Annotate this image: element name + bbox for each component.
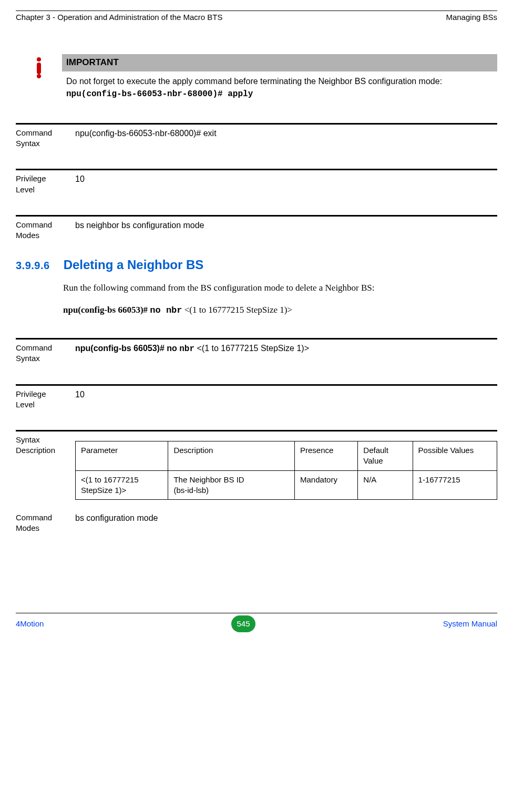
- svg-rect-1: [37, 63, 41, 74]
- desc-line2: (bs-id-lsb): [173, 486, 209, 495]
- footer-left: 4Motion: [16, 619, 44, 629]
- desc-line1: The Neighbor BS ID: [173, 475, 244, 484]
- cmd-bold: no nbr: [150, 305, 182, 315]
- priv-level-label-2: Privilege Level: [16, 389, 66, 410]
- cmd-syntax-label: Command Syntax: [16, 128, 66, 149]
- section-paragraph: Run the following command from the BS co…: [63, 281, 473, 295]
- section-title: Deleting a Neighbor BS: [64, 256, 204, 273]
- cmd-syntax-value: npu(config-bs-66053-nbr-68000)# exit: [75, 128, 497, 149]
- footer-right: System Manual: [443, 619, 497, 629]
- page-number-pill: 545: [231, 615, 255, 632]
- page-footer: 4Motion 545 System Manual: [16, 615, 497, 632]
- cmd2-prefix: npu(config-bs 66053)# no: [75, 344, 179, 353]
- syntax-table: Parameter Description Presence Default V…: [75, 441, 497, 500]
- cmd-modes-value-2: bs configuration mode: [75, 512, 497, 534]
- cmd-modes-label-2: Command Modes: [16, 512, 66, 534]
- important-code: npu(config-bs-66053-nbr-68000)# apply: [66, 89, 253, 99]
- important-icon: [33, 54, 54, 102]
- cmd-modes-label: Command Modes: [16, 220, 66, 241]
- page-header: Chapter 3 - Operation and Administration…: [16, 12, 497, 23]
- section-heading: 3.9.9.6 Deleting a Neighbor BS: [16, 256, 497, 273]
- th-possible: Possible Values: [413, 441, 497, 471]
- svg-point-0: [37, 57, 41, 61]
- priv-level-value-2: 10: [75, 389, 497, 410]
- header-left: Chapter 3 - Operation and Administration…: [16, 12, 223, 23]
- important-label: IMPORTANT: [62, 54, 497, 71]
- important-callout: IMPORTANT Do not forget to execute the a…: [63, 54, 497, 102]
- td-default: N/A: [358, 470, 413, 500]
- section-number: 3.9.9.6: [16, 259, 50, 273]
- th-parameter: Parameter: [76, 441, 168, 471]
- td-description: The Neighbor BS ID (bs-id-lsb): [168, 470, 295, 500]
- cmd-prefix: npu(config-bs 66053)#: [63, 305, 150, 315]
- td-parameter: <(1 to 16777215 StepSize 1)>: [76, 470, 168, 500]
- th-description: Description: [168, 441, 295, 471]
- important-body: Do not forget to execute the apply comma…: [62, 71, 497, 102]
- td-possible: 1-16777215: [413, 470, 497, 500]
- cmd-syntax-label-2: Command Syntax: [16, 343, 66, 364]
- th-presence: Presence: [295, 441, 358, 471]
- header-right: Managing BSs: [446, 12, 497, 23]
- important-text: Do not forget to execute the apply comma…: [66, 77, 442, 86]
- cmd2-suffix: <(1 to 16777215 StepSize 1)>: [194, 344, 309, 353]
- cmd-suffix: <(1 to 16777215 StepSize 1)>: [182, 305, 292, 315]
- table-row: <(1 to 16777215 StepSize 1)> The Neighbo…: [76, 470, 497, 500]
- svg-point-2: [37, 74, 41, 78]
- cmd-modes-value: bs neighbor bs configuration mode: [75, 220, 497, 241]
- priv-level-label: Privilege Level: [16, 173, 66, 195]
- td-presence: Mandatory: [295, 470, 358, 500]
- th-default: Default Value: [358, 441, 413, 471]
- table-header-row: Parameter Description Presence Default V…: [76, 441, 497, 471]
- section-command: npu(config-bs 66053)# no nbr <(1 to 1677…: [63, 304, 497, 317]
- syntax-desc-label: Syntax Description: [16, 435, 66, 500]
- priv-level-value: 10: [75, 173, 497, 195]
- cmd-syntax-value-2: npu(config-bs 66053)# no nbr <(1 to 1677…: [75, 343, 497, 364]
- cmd2-mono: nbr: [179, 344, 194, 354]
